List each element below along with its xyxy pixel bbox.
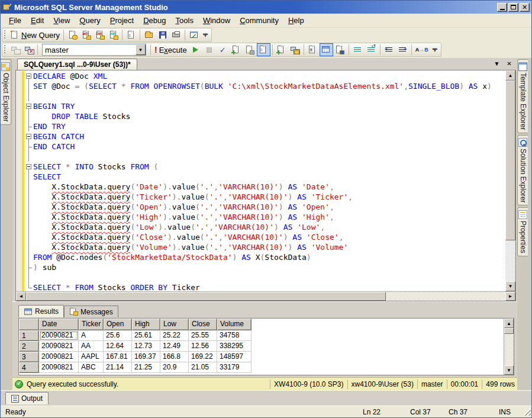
comment-button[interactable] bbox=[351, 43, 365, 56]
increase-indent-button[interactable] bbox=[396, 43, 410, 56]
editor-vertical-scrollbar[interactable]: ▲ ▼ bbox=[505, 70, 515, 291]
properties-tab[interactable]: Properties bbox=[517, 207, 528, 256]
grid-cell[interactable]: 20.9 bbox=[160, 362, 189, 373]
scroll-down-icon[interactable]: ▼ bbox=[504, 365, 514, 375]
grid-corner-cell[interactable] bbox=[19, 319, 39, 330]
available-databases-combo[interactable]: master ▼ bbox=[42, 44, 146, 56]
print-button[interactable] bbox=[169, 28, 183, 41]
execute-button[interactable]: ! Execute bbox=[153, 43, 189, 56]
object-explorer-tab[interactable]: Object Explorer bbox=[1, 59, 11, 125]
scroll-down-icon[interactable]: ▼ bbox=[505, 281, 515, 291]
grid-cell[interactable]: 21.05 bbox=[189, 362, 217, 373]
row-header[interactable]: 2 bbox=[19, 341, 39, 352]
scrollbar-thumb[interactable] bbox=[504, 328, 514, 334]
grid-cell[interactable]: A bbox=[79, 330, 104, 341]
grid-cell[interactable]: 25.55 bbox=[189, 330, 217, 341]
scroll-up-icon[interactable]: ▲ bbox=[504, 319, 514, 328]
menu-community[interactable]: Community bbox=[235, 15, 283, 27]
column-header-date[interactable]: Date bbox=[39, 319, 79, 330]
scrollbar-thumb[interactable] bbox=[505, 81, 515, 240]
intellisense-button[interactable]: ≡ bbox=[257, 43, 270, 56]
sql-document-tab[interactable]: SQLQuery1.sql ...0-9\User (53))* bbox=[17, 59, 137, 70]
estimated-plan-button[interactable] bbox=[230, 43, 243, 56]
column-header-high[interactable]: High bbox=[132, 319, 160, 330]
grid-cell[interactable]: 34758 bbox=[217, 330, 252, 341]
change-connection-button[interactable]: ✕ bbox=[22, 43, 36, 56]
close-document-icon[interactable]: ✕ bbox=[505, 59, 514, 68]
grid-cell[interactable]: 169.22 bbox=[189, 352, 217, 362]
tab-results[interactable]: Results bbox=[18, 305, 64, 317]
results-grid[interactable]: DateTickerOpenHighLowCloseVolume 1200908… bbox=[18, 318, 514, 375]
scroll-right-icon[interactable]: ► bbox=[505, 292, 515, 301]
active-files-dropdown-icon[interactable]: ▼ bbox=[492, 59, 501, 68]
grid-cell[interactable]: 25.22 bbox=[160, 330, 189, 341]
scroll-up-icon[interactable]: ▲ bbox=[505, 70, 515, 81]
new-query-button[interactable]: ✦ New Query bbox=[8, 28, 62, 41]
open-file-button[interactable] bbox=[142, 28, 156, 41]
results-to-file-button[interactable] bbox=[333, 43, 347, 56]
grid-cell[interactable]: AAPL bbox=[79, 352, 104, 362]
combo-dropdown-icon[interactable]: ▼ bbox=[136, 44, 146, 55]
menu-view[interactable]: View bbox=[49, 15, 75, 27]
decrease-indent-button[interactable] bbox=[382, 43, 396, 56]
row-header[interactable]: 3 bbox=[19, 352, 39, 362]
grid-cell[interactable]: 167.81 bbox=[104, 352, 132, 362]
menu-project[interactable]: Project bbox=[105, 15, 138, 27]
query-options-button[interactable] bbox=[243, 43, 257, 56]
grid-cell[interactable]: 21.25 bbox=[132, 362, 160, 373]
parse-button[interactable]: ✓ bbox=[216, 43, 230, 56]
activity-monitor-button[interactable] bbox=[187, 28, 201, 41]
template-explorer-tab[interactable]: Template Explorer bbox=[517, 59, 528, 133]
results-to-grid-button[interactable] bbox=[320, 43, 333, 56]
column-header-low[interactable]: Low bbox=[160, 319, 189, 330]
grid-cell[interactable]: 33179 bbox=[217, 362, 252, 373]
scrollbar-thumb[interactable] bbox=[26, 292, 386, 301]
grid-cell[interactable]: 12.64 bbox=[104, 341, 132, 352]
row-header[interactable]: 1 bbox=[19, 330, 39, 341]
toolbar-grip[interactable] bbox=[4, 45, 7, 54]
fold-margin[interactable] bbox=[24, 101, 33, 111]
editor-horizontal-scrollbar[interactable]: ◄ ► bbox=[15, 291, 516, 301]
menu-edit[interactable]: Edit bbox=[26, 15, 49, 27]
menu-tools[interactable]: Tools bbox=[171, 15, 198, 27]
client-statistics-button[interactable] bbox=[288, 43, 302, 56]
menu-window[interactable]: Window bbox=[198, 15, 235, 27]
column-header-volume[interactable]: Volume bbox=[217, 319, 252, 330]
toolbar-overflow-button[interactable]: ▬▾ bbox=[431, 44, 439, 56]
minimize-button[interactable] bbox=[497, 3, 507, 12]
scroll-left-icon[interactable]: ◄ bbox=[16, 292, 26, 301]
fold-margin[interactable] bbox=[24, 71, 33, 81]
grid-cell[interactable]: 25.61 bbox=[132, 330, 160, 341]
database-engine-query-button[interactable] bbox=[66, 28, 79, 41]
row-header[interactable]: 4 bbox=[19, 362, 39, 373]
grid-cell[interactable]: 21.14 bbox=[104, 362, 132, 373]
grid-cell[interactable]: 12.56 bbox=[189, 341, 217, 352]
grid-cell[interactable]: 12.49 bbox=[160, 341, 189, 352]
toolbar-overflow-button[interactable]: ▬▾ bbox=[202, 29, 209, 41]
grid-cell[interactable]: 20090821 bbox=[39, 341, 79, 352]
resize-grip[interactable] bbox=[523, 408, 531, 416]
code-area[interactable]: DECLARE @Doc XMLSET @Doc = (SELECT * FRO… bbox=[24, 71, 505, 291]
debug-button[interactable] bbox=[189, 43, 202, 56]
tab-messages[interactable]: Messages bbox=[64, 306, 118, 317]
column-header-open[interactable]: Open bbox=[104, 319, 132, 330]
toolbar-grip[interactable] bbox=[4, 30, 7, 40]
actual-plan-button[interactable] bbox=[275, 43, 288, 56]
grid-cell[interactable]: 12.73 bbox=[132, 341, 160, 352]
grid-cell[interactable]: 20090821 bbox=[39, 362, 79, 373]
grid-cell[interactable]: AA bbox=[79, 341, 104, 352]
save-button[interactable] bbox=[156, 28, 169, 41]
results-to-text-button[interactable]: ≣ bbox=[306, 43, 320, 56]
mdx-query-button[interactable]: MD bbox=[79, 28, 93, 41]
grid-cell[interactable]: 148597 bbox=[217, 352, 252, 362]
grid-cell[interactable]: 20090821 bbox=[39, 330, 79, 341]
fold-margin[interactable] bbox=[24, 162, 33, 172]
grid-cell[interactable]: 169.37 bbox=[132, 352, 160, 362]
template-parameters-button[interactable]: A→B bbox=[414, 43, 430, 56]
grid-cell[interactable]: 25.6 bbox=[104, 330, 132, 341]
output-tab[interactable]: Output bbox=[5, 392, 49, 404]
maximize-button[interactable] bbox=[508, 3, 518, 12]
grid-cell[interactable]: ABC bbox=[79, 362, 104, 373]
menu-debug[interactable]: Debug bbox=[138, 15, 170, 27]
menu-help[interactable]: Help bbox=[283, 15, 309, 27]
